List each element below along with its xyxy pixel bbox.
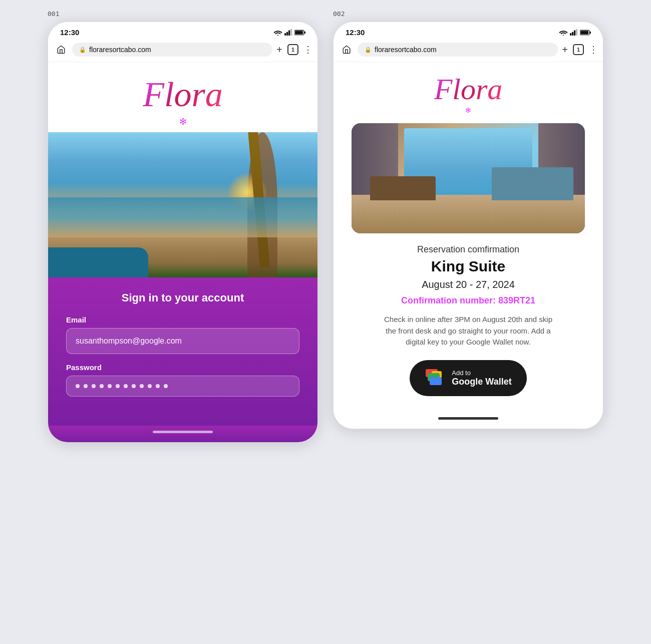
screen1-number: 001 — [48, 10, 59, 18]
dot4 — [100, 384, 104, 388]
dot11 — [156, 384, 160, 388]
url-bar-1[interactable]: 🔒 floraresortcabo.com — [72, 43, 272, 57]
menu-dots-2[interactable]: ⋮ — [589, 45, 597, 54]
room-floor — [352, 195, 585, 233]
status-bar-1: 12:30 — [48, 22, 317, 40]
menu-dots-1[interactable]: ⋮ — [303, 45, 311, 54]
password-label: Password — [66, 363, 299, 372]
dot2 — [84, 384, 88, 388]
wallet-button-text: Add to Google Wallet — [452, 369, 511, 387]
confirmation-number: Confirmation number: 839RT21 — [401, 295, 535, 306]
svg-rect-4 — [290, 29, 292, 36]
password-input[interactable] — [66, 376, 299, 397]
dot9 — [140, 384, 144, 388]
signin-title: Sign in to your account — [66, 291, 299, 304]
svg-rect-3 — [288, 31, 290, 36]
room-image — [352, 123, 585, 233]
home-indicator-2 — [334, 411, 603, 429]
browser-chrome-2: 🔒 floraresortcabo.com + 1 ⋮ — [334, 40, 603, 62]
status-icons-1 — [273, 29, 305, 36]
home-button-2[interactable] — [340, 43, 354, 57]
room-furniture-table — [370, 176, 435, 200]
phone2-content: Flora ✻ Reservation comfirmation King Su… — [334, 62, 603, 411]
svg-rect-12 — [576, 29, 577, 36]
dot6 — [116, 384, 120, 388]
svg-rect-11 — [574, 31, 575, 36]
dot10 — [148, 384, 152, 388]
battery-icon-2 — [580, 30, 591, 36]
add-tab-icon-2[interactable]: + — [562, 44, 568, 56]
phone1-frame: 12:30 — [48, 22, 318, 443]
signal-icon-2 — [570, 29, 578, 36]
checkin-info: Check in online after 3PM on August 20th… — [383, 314, 553, 348]
dot7 — [124, 384, 128, 388]
room-furniture-bed — [492, 167, 573, 200]
url-text-2: floraresortcabo.com — [375, 46, 437, 54]
url-bar-2[interactable]: 🔒 floraresortcabo.com — [358, 43, 558, 57]
svg-rect-2 — [286, 32, 288, 36]
svg-rect-9 — [570, 33, 571, 36]
flora-logo-2: Flora — [434, 74, 503, 104]
svg-rect-10 — [572, 32, 573, 36]
screen2-wrapper: 002 12:30 — [333, 10, 603, 429]
date-range: August 20 - 27, 2024 — [422, 279, 515, 290]
tab-count-1[interactable]: 1 — [287, 44, 298, 55]
svg-rect-1 — [284, 33, 286, 36]
svg-point-0 — [277, 35, 279, 36]
wifi-icon — [273, 29, 282, 36]
svg-rect-7 — [295, 31, 303, 34]
svg-point-8 — [563, 35, 564, 36]
wallet-card-blue — [430, 377, 442, 385]
url-text-1: floraresortcabo.com — [89, 46, 151, 54]
flora-asterisk-1: ✻ — [179, 116, 187, 127]
password-dots — [76, 384, 290, 388]
svg-rect-14 — [590, 31, 591, 34]
wallet-add-to-label: Add to — [452, 369, 511, 377]
browser-actions-2: + 1 ⋮ — [562, 44, 597, 56]
wallet-google-label: Google Wallet — [452, 377, 511, 387]
status-icons-2 — [559, 29, 591, 36]
home-bar-2 — [438, 417, 498, 420]
beach-pool — [48, 247, 148, 277]
status-bar-2: 12:30 — [334, 22, 603, 40]
dot8 — [132, 384, 136, 388]
time-2: 12:30 — [346, 28, 365, 37]
svg-rect-15 — [580, 31, 588, 34]
battery-icon — [294, 30, 305, 36]
screen1-wrapper: 001 12:30 — [48, 10, 318, 443]
room-type: King Suite — [431, 258, 505, 275]
lock-icon-1: 🔒 — [79, 47, 86, 53]
tab-count-2[interactable]: 1 — [573, 44, 584, 55]
add-tab-icon[interactable]: + — [276, 44, 282, 56]
signal-icon — [284, 29, 292, 36]
email-input[interactable]: susanthompson@google.com — [66, 328, 299, 354]
beach-water — [48, 197, 317, 237]
email-label: Email — [66, 315, 299, 324]
lock-icon-2: 🔒 — [365, 47, 372, 53]
dot3 — [92, 384, 96, 388]
beach-image — [48, 132, 317, 277]
google-wallet-button[interactable]: Add to Google Wallet — [410, 360, 526, 396]
home-button-1[interactable] — [54, 43, 68, 57]
dot1 — [76, 384, 80, 388]
reservation-label: Reservation comfirmation — [417, 244, 519, 255]
flora-logo-1: Flora — [143, 77, 222, 112]
email-value: susanthompson@google.com — [76, 337, 182, 345]
dot12 — [164, 384, 168, 388]
phone2-frame: 12:30 — [333, 22, 603, 429]
wallet-card-stack — [426, 369, 444, 387]
svg-rect-6 — [304, 31, 305, 34]
wallet-icon — [425, 368, 445, 388]
wifi-icon-2 — [559, 29, 568, 36]
home-indicator-1 — [48, 426, 317, 442]
flora-asterisk-2: ✻ — [465, 106, 471, 114]
screen2-number: 002 — [333, 10, 345, 18]
signin-area: Sign in to your account Email susanthomp… — [48, 277, 317, 426]
time-1: 12:30 — [60, 28, 79, 37]
phone1-content: Flora ✻ Sign in to your account Email su… — [48, 62, 317, 442]
browser-actions-1: + 1 ⋮ — [276, 44, 311, 56]
browser-chrome-1: 🔒 floraresortcabo.com + 1 ⋮ — [48, 40, 317, 62]
logo-area-1: Flora ✻ — [48, 62, 317, 132]
dot5 — [108, 384, 112, 388]
home-bar-1 — [153, 431, 213, 433]
